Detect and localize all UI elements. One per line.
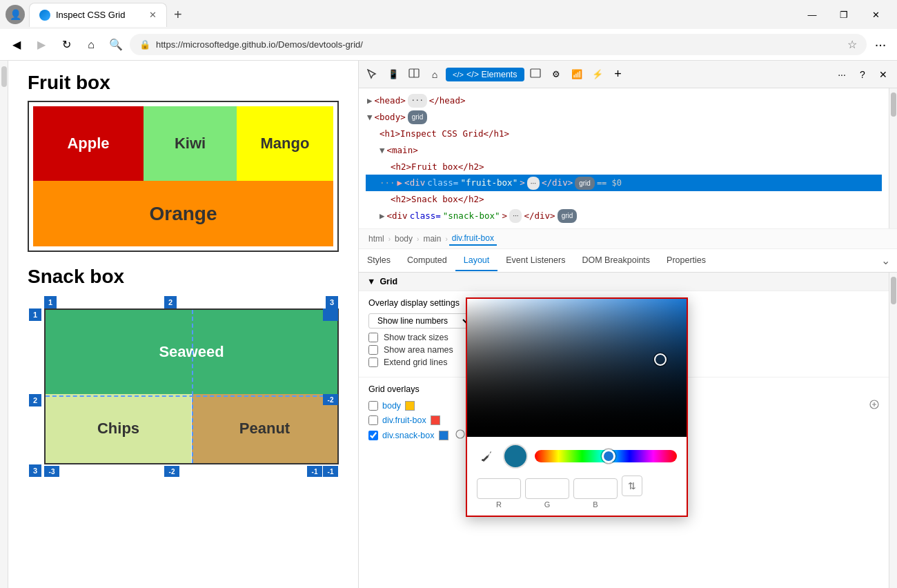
more-tools-button[interactable]: + [609,65,628,84]
edge-favicon [39,10,50,21]
overlay-fruit-box-checkbox[interactable] [368,415,378,425]
extend-grid-lines-checkbox[interactable] [368,357,378,367]
overlay-body-swatch[interactable] [405,401,415,411]
devtools-toolbar: 📱 ⌂ </> </> Elements ⚙ 📶 ⚡ + ··· ? ✕ [359,61,897,88]
minimize-button[interactable]: — [796,3,828,26]
grid-label-bottom-neg2: -2 [164,466,179,477]
grid-label-left-2: 2 [29,394,41,406]
dom-line-h1[interactable]: <h1>Inspect CSS Grid</h1> [366,126,882,142]
overlay-body-action[interactable] [869,400,879,411]
grid-label-top-2: 2 [164,296,177,308]
performance-button[interactable]: ⚡ [588,65,607,84]
elements-tab-active[interactable]: </> </> Elements [446,68,524,81]
r-input-group: 19 R [477,478,521,509]
tab-layout[interactable]: Layout [455,251,498,271]
color-mode-toggle[interactable]: ⇅ [622,476,642,496]
tab-computed[interactable]: Computed [399,251,455,271]
g-input[interactable]: 99 [525,478,569,499]
back-button[interactable]: ◀ [6,34,28,56]
breadcrumb-main[interactable]: main [420,233,444,245]
hue-slider[interactable] [535,450,677,462]
devtools-more-button[interactable]: ··· [832,65,851,84]
overlay-snack-box-action[interactable] [455,429,465,441]
close-button[interactable]: ✕ [860,3,891,26]
favorite-icon[interactable]: ☆ [847,38,857,51]
breadcrumb: html › body › main › div.fruit-box [359,228,897,249]
tab-styles[interactable]: Styles [359,251,399,271]
grid-label-left-1: 1 [29,308,41,321]
overlay-snack-box-checkbox[interactable] [368,431,378,440]
tabs-more-button[interactable]: ⌄ [874,249,897,272]
more-options-button[interactable]: ··· [869,34,891,56]
fruit-apple: Apple [33,106,144,181]
r-label: R [496,500,502,509]
panel-tabs: Styles Computed Layout Event Listeners D… [359,249,897,273]
tab-close-button[interactable]: ✕ [149,10,157,20]
breadcrumb-html[interactable]: html [366,233,387,245]
devtools-help-button[interactable]: ? [853,65,872,84]
profile-avatar[interactable]: 👤 [6,5,25,24]
color-spectrum[interactable] [467,299,687,437]
grid-collapse-icon: ▼ [367,277,375,286]
inspect-element-button[interactable] [363,65,382,84]
reload-button[interactable]: ↻ [55,34,77,56]
device-emulation-button[interactable]: 📱 [384,65,403,84]
network-button[interactable]: 📶 [567,65,586,84]
console-button[interactable] [526,65,545,84]
b-input[interactable]: 150 [573,478,618,499]
fruit-orange: Orange [33,181,333,246]
dom-line-div-fruit[interactable]: ··· ▶ <div class= "fruit-box" > ··· </di… [366,175,882,191]
color-preview-circle[interactable] [503,444,528,469]
search-button[interactable]: 🔍 [105,34,127,56]
active-tab[interactable]: Inspect CSS Grid ✕ [29,3,167,27]
dom-line-div-snack[interactable]: ▶ <div class= "snack-box" > ··· </div> g… [366,208,882,224]
fruit-kiwi: Kiwi [144,106,237,181]
grid-section-header[interactable]: ▼ Grid [359,273,889,291]
grid-label-top-3: 3 [326,296,338,308]
tab-dom-breakpoints[interactable]: DOM Breakpoints [573,251,658,271]
devtools-close-button[interactable]: ✕ [874,65,893,84]
home-button[interactable]: ⌂ [80,34,102,56]
show-track-sizes-checkbox[interactable] [368,333,378,342]
line-numbers-select[interactable]: Show line numbers [368,313,472,329]
elements-icon: </> [453,70,464,79]
dom-line-head[interactable]: ▶ <head> ··· </head> [366,92,882,109]
dom-line-body[interactable]: ▼ <body> grid [366,109,882,126]
show-area-names-label: Show area names [384,345,453,355]
new-tab-button[interactable]: + [167,3,189,27]
overlay-fruit-box-swatch[interactable] [431,415,440,425]
breadcrumb-div-fruit-box[interactable]: div.fruit-box [449,232,497,246]
show-area-names-checkbox[interactable] [368,345,378,355]
grid-section-title: Grid [379,277,397,286]
lock-icon: 🔒 [139,39,150,50]
color-picker-overlay: 19 R 99 G 150 B ⇅ [466,297,688,517]
r-input[interactable]: 19 [477,478,521,499]
b-label: B [593,500,598,509]
address-bar[interactable]: 🔒 https://microsoftedge.github.io/Demos/… [130,34,867,55]
svg-rect-2 [531,69,540,77]
page-scroll-indicator [0,61,8,588]
sources-button[interactable]: ⚙ [546,65,566,84]
g-input-group: 99 G [525,478,569,509]
fruit-mango: Mango [237,106,333,181]
grid-label-right-neg2: -2 [323,394,338,405]
home-devtools-button[interactable]: ⌂ [425,65,444,84]
grid-label-top-1: 1 [44,296,57,308]
dom-line-h2-snack[interactable]: <h2>Snack box</h2> [366,191,882,208]
maximize-button[interactable]: ❐ [828,3,860,26]
dom-tree: ▶ <head> ··· </head> ▼ <body> grid <h1>I… [359,88,889,228]
tab-properties[interactable]: Properties [658,251,714,271]
forward-button[interactable]: ▶ [30,34,52,56]
dom-line-main[interactable]: ▼ <main> [366,142,882,159]
overlay-body-checkbox[interactable] [368,401,378,411]
tab-event-listeners[interactable]: Event Listeners [497,251,573,271]
eyedropper-button[interactable] [477,447,496,466]
show-track-sizes-label: Show track sizes [384,333,448,342]
overlay-snack-box-swatch[interactable] [439,431,448,440]
dom-line-h2-fruit[interactable]: <h2>Fruit box</h2> [366,159,882,175]
split-view-button[interactable] [404,65,424,84]
breadcrumb-body[interactable]: body [392,233,415,245]
snack-box-heading: Snack box [28,266,339,288]
dom-scrollbar[interactable] [889,88,897,228]
layout-scrollbar[interactable] [889,273,897,588]
